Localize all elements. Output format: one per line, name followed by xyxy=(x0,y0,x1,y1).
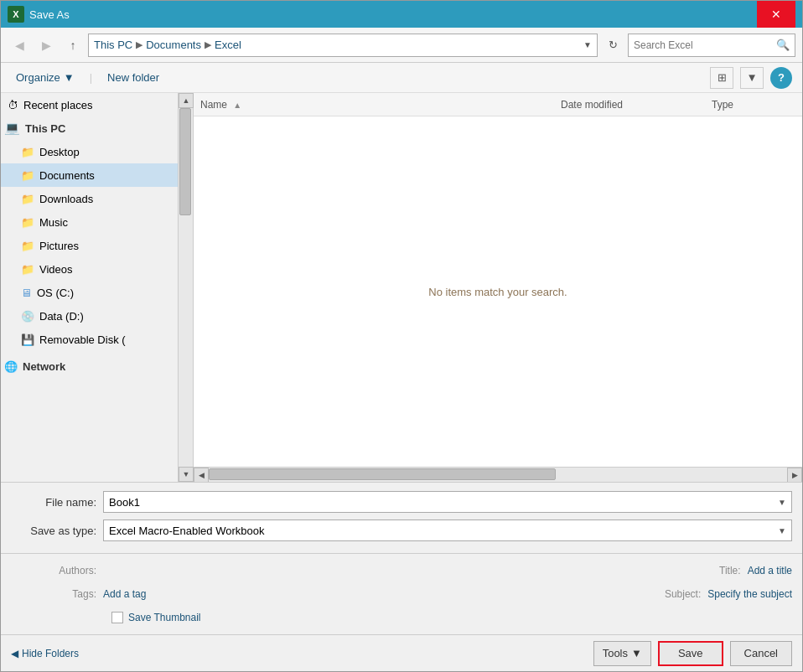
file-name-row: File name: Book1 ▼ xyxy=(11,489,792,514)
save-as-type-label: Save as type: xyxy=(11,525,103,537)
breadcrumb-documents[interactable]: Documents xyxy=(146,39,201,51)
cancel-button[interactable]: Cancel xyxy=(730,641,792,666)
file-list: No items match your search. xyxy=(194,116,802,467)
col-date-modified[interactable]: Date modified xyxy=(561,99,712,111)
os-c-icon: 🖥 xyxy=(21,287,32,299)
nav-bar: ◀ ▶ ↑ This PC ▶ Documents ▶ Excel ▼ ↻ 🔍 xyxy=(1,28,802,63)
new-folder-button[interactable]: New folder xyxy=(102,68,164,87)
breadcrumb: This PC ▶ Documents ▶ Excel ▼ xyxy=(88,34,598,57)
sidebar-label-removable: Removable Disk ( xyxy=(39,333,126,346)
sidebar-label-data-d: Data (D:) xyxy=(39,310,84,323)
main-content: ⏱ Recent places 💻 This PC 📁 Desktop 📁 Do… xyxy=(1,93,802,482)
new-folder-label: New folder xyxy=(107,71,159,84)
h-scroll-right[interactable]: ▶ xyxy=(787,468,802,483)
save-as-type-row: Save as type: Excel Macro-Enabled Workbo… xyxy=(11,518,792,543)
forward-button[interactable]: ▶ xyxy=(34,34,58,57)
col-type[interactable]: Type xyxy=(712,99,795,111)
sidebar-label-downloads: Downloads xyxy=(39,193,93,205)
sidebar-item-downloads[interactable]: 📁 Downloads xyxy=(1,187,178,210)
sidebar-scroll-up[interactable]: ▲ xyxy=(179,93,194,108)
view-dropdown-button[interactable]: ▼ xyxy=(740,67,764,89)
sidebar-scroll-thumb[interactable] xyxy=(179,108,191,215)
hide-folders-button[interactable]: ◀ Hide Folders xyxy=(11,648,79,659)
save-as-type-dropdown[interactable]: ▼ xyxy=(778,526,786,535)
title-bar-left: X Save As xyxy=(8,6,120,23)
videos-icon: 📁 xyxy=(21,263,34,276)
sidebar-label-desktop: Desktop xyxy=(39,146,80,158)
col-name[interactable]: Name ▲ xyxy=(200,99,561,111)
h-scroll-track[interactable] xyxy=(209,468,787,483)
pictures-icon: 📁 xyxy=(21,240,34,252)
save-as-type-select[interactable]: Excel Macro-Enabled Workbook ▼ xyxy=(103,520,792,541)
h-scroll-left[interactable]: ◀ xyxy=(194,468,209,483)
sidebar-label-this-pc: This PC xyxy=(25,122,65,135)
meta-tags-row: Tags: Add a tag Subject: Specify the sub… xyxy=(11,582,792,606)
network-icon: 🌐 xyxy=(4,360,18,373)
sort-arrow: ▲ xyxy=(233,101,241,110)
refresh-button[interactable]: ↻ xyxy=(601,34,624,57)
file-name-dropdown[interactable]: ▼ xyxy=(778,498,786,507)
breadcrumb-this-pc[interactable]: This PC xyxy=(94,39,132,51)
sidebar-item-music[interactable]: 📁 Music xyxy=(1,210,178,234)
sidebar-label-music: Music xyxy=(39,216,68,229)
sidebar-item-recent-places[interactable]: ⏱ Recent places xyxy=(1,93,178,116)
sidebar-scroll-track[interactable] xyxy=(179,108,193,467)
save-as-type-value: Excel Macro-Enabled Workbook xyxy=(109,525,264,537)
breadcrumb-sep-2: ▶ xyxy=(205,39,211,50)
breadcrumb-excel[interactable]: Excel xyxy=(215,39,241,51)
subject-label: Subject: xyxy=(665,588,701,600)
data-d-icon: 💿 xyxy=(21,310,34,323)
sidebar-item-removable[interactable]: 💾 Removable Disk ( xyxy=(1,328,178,351)
save-thumbnail-checkbox[interactable] xyxy=(111,612,123,623)
sidebar-label-recent-places: Recent places xyxy=(23,99,92,111)
authors-label: Authors: xyxy=(11,565,103,576)
sidebar-label-videos: Videos xyxy=(39,263,73,276)
back-button[interactable]: ◀ xyxy=(8,34,31,57)
sidebar-item-this-pc[interactable]: 💻 This PC xyxy=(1,116,178,140)
tools-button[interactable]: Tools ▼ xyxy=(593,641,651,666)
title-value[interactable]: Add a title xyxy=(748,565,792,576)
file-area: Name ▲ Date modified Type No items match… xyxy=(194,93,802,482)
tools-label: Tools xyxy=(603,647,628,659)
save-as-dialog: X Save As ✕ ◀ ▶ ↑ This PC ▶ Documents ▶ … xyxy=(0,0,803,672)
file-name-value: Book1 xyxy=(109,496,140,509)
sidebar-label-os-c: OS (C:) xyxy=(37,287,74,299)
sidebar-item-os-c[interactable]: 🖥 OS (C:) xyxy=(1,281,178,304)
h-scroll-thumb[interactable] xyxy=(209,468,556,480)
meta-authors-row: Authors: Title: Add a title xyxy=(11,559,792,582)
recent-places-icon: ⏱ xyxy=(8,99,18,111)
file-name-input[interactable]: Book1 ▼ xyxy=(103,491,792,513)
meta-area: Authors: Title: Add a title Tags: Add a … xyxy=(1,553,802,634)
up-button[interactable]: ↑ xyxy=(61,34,85,57)
close-button[interactable]: ✕ xyxy=(757,1,795,28)
save-thumbnail-label[interactable]: Save Thumbnail xyxy=(128,612,201,623)
action-right: Tools ▼ Save Cancel xyxy=(593,641,792,666)
breadcrumb-sep-1: ▶ xyxy=(136,39,142,50)
thumbnail-row: Save Thumbnail xyxy=(11,606,792,629)
form-area: File name: Book1 ▼ Save as type: Excel M… xyxy=(1,482,802,553)
help-button[interactable]: ? xyxy=(770,67,792,89)
downloads-icon: 📁 xyxy=(21,193,34,205)
breadcrumb-dropdown[interactable]: ▼ xyxy=(583,40,592,49)
organize-button[interactable]: Organize ▼ xyxy=(11,68,80,87)
sidebar-item-desktop[interactable]: 📁 Desktop xyxy=(1,140,178,163)
sidebar-item-network[interactable]: 🌐 Network xyxy=(1,354,178,378)
organize-label: Organize xyxy=(16,71,60,84)
sidebar-scroll-down[interactable]: ▼ xyxy=(179,467,194,482)
sidebar-item-videos[interactable]: 📁 Videos xyxy=(1,257,178,281)
sidebar-item-pictures[interactable]: 📁 Pictures xyxy=(1,234,178,257)
view-button[interactable]: ⊞ xyxy=(710,67,733,89)
search-input[interactable] xyxy=(634,39,773,51)
tags-value[interactable]: Add a tag xyxy=(103,588,146,600)
toolbar-right: ⊞ ▼ ? xyxy=(710,67,792,89)
sidebar-item-data-d[interactable]: 💿 Data (D:) xyxy=(1,304,178,328)
sidebar-label-pictures: Pictures xyxy=(39,240,79,252)
sidebar: ⏱ Recent places 💻 This PC 📁 Desktop 📁 Do… xyxy=(1,93,178,482)
h-scrollbar: ◀ ▶ xyxy=(194,467,802,482)
title-label: Title: xyxy=(719,565,741,576)
hide-folders-arrow: ◀ xyxy=(11,648,18,659)
subject-value[interactable]: Specify the subject xyxy=(707,588,792,600)
toolbar-separator: | xyxy=(90,71,92,84)
save-button[interactable]: Save xyxy=(658,641,723,666)
sidebar-item-documents[interactable]: 📁 Documents xyxy=(1,163,178,187)
